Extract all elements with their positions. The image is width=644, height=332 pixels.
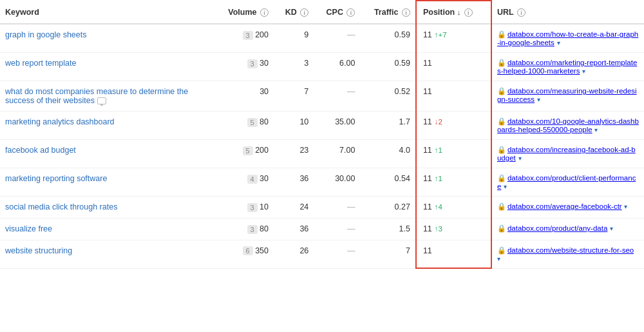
keyword-table: Keyword Volume i KD i CPC i Traffic i Po… [0, 0, 644, 269]
volume-number: 30 [258, 174, 269, 183]
header-keyword: Keyword [0, 1, 214, 24]
url-dropdown-icon[interactable]: ▾ [623, 203, 628, 210]
keyword-link[interactable]: visualize free [5, 224, 52, 233]
cell-traffic: 7 [360, 240, 415, 268]
cell-volume: 3 30 [214, 53, 274, 81]
cell-traffic: 0.54 [360, 168, 415, 197]
position-value: 11 [423, 59, 432, 68]
position-change: ↑1 [435, 146, 442, 154]
volume-badge: 5 [243, 146, 253, 155]
url-link[interactable]: databox.com/product/client-performance [497, 174, 636, 190]
keyword-link[interactable]: social media click through rates [5, 202, 117, 211]
cpc-info-icon[interactable]: i [346, 8, 355, 17]
cell-keyword: visualize free [0, 218, 214, 240]
keyword-link[interactable]: facebook ad budget [5, 146, 76, 155]
volume-badge: 3 [247, 225, 258, 234]
volume-number: 200 [253, 30, 269, 39]
url-dropdown-icon[interactable]: ▾ [608, 225, 613, 232]
cell-url: 🔒databox.com/10-google-analytics-dashboa… [491, 112, 644, 140]
cell-cpc: — [314, 24, 360, 53]
cell-cpc: 30.00 [314, 168, 360, 197]
cell-cpc: — [314, 218, 360, 240]
cell-traffic: 0.52 [360, 81, 415, 112]
position-change: ↑+7 [435, 31, 447, 39]
traffic-info-icon[interactable]: i [402, 8, 410, 17]
cell-volume: 3 10 [214, 197, 274, 219]
position-change: ↑4 [435, 203, 442, 211]
kd-info-icon[interactable]: i [300, 8, 308, 17]
url-dropdown-icon[interactable]: ▾ [580, 68, 585, 75]
url-dropdown-icon[interactable]: ▾ [516, 155, 522, 162]
lock-icon: 🔒 [497, 117, 506, 125]
url-dropdown-icon[interactable]: ▾ [593, 126, 598, 133]
url-link[interactable]: databox.com/average-facebook-ctr [507, 202, 622, 210]
position-value: 11 [423, 202, 432, 211]
cell-kd: 26 [274, 240, 314, 268]
url-link[interactable]: databox.com/product/any-data [507, 224, 607, 232]
cell-url: 🔒databox.com/website-structure-for-seo ▾ [491, 240, 644, 268]
url-dropdown-icon[interactable]: ▾ [555, 39, 560, 46]
lock-icon: 🔒 [497, 224, 506, 232]
position-info-icon[interactable]: i [464, 8, 473, 17]
lock-icon: 🔒 [497, 202, 506, 210]
cpc-dash: — [347, 246, 355, 255]
cell-kd: 36 [274, 168, 314, 197]
url-dropdown-icon[interactable]: ▾ [535, 96, 540, 103]
keyword-link[interactable]: web report template [5, 59, 76, 68]
url-dropdown-icon[interactable]: ▾ [502, 183, 507, 190]
url-link[interactable]: databox.com/marketing-report-templates-h… [497, 59, 637, 75]
cell-keyword: what do most companies measure to determ… [0, 81, 214, 112]
header-traffic: Traffic i [360, 1, 415, 24]
cell-kd: 36 [274, 218, 314, 240]
volume-info-icon[interactable]: i [260, 8, 269, 17]
header-position: Position ↓ i [416, 1, 491, 24]
position-change: ↑1 [435, 175, 442, 182]
lock-icon: 🔒 [497, 174, 506, 182]
position-value: 11 [423, 174, 432, 183]
comment-icon [97, 97, 106, 104]
lock-icon: 🔒 [497, 246, 506, 254]
lock-icon: 🔒 [497, 87, 506, 95]
cpc-dash: — [347, 87, 355, 96]
header-kd: KD i [274, 1, 314, 24]
url-link[interactable]: databox.com/10-google-analytics-dashboar… [497, 117, 639, 133]
keyword-link[interactable]: marketing reporting software [5, 174, 107, 183]
cell-position: 11↑3 [416, 218, 491, 240]
cell-cpc: 35.00 [314, 112, 360, 140]
position-sort-icon[interactable]: ↓ [457, 8, 461, 16]
keyword-link[interactable]: website structuring [5, 246, 72, 255]
cell-keyword: social media click through rates [0, 197, 214, 219]
cell-cpc: 7.00 [314, 140, 360, 168]
cell-url: 🔒databox.com/how-to-create-a-bar-graph-i… [491, 24, 644, 53]
volume-number: 80 [258, 117, 269, 126]
volume-number: 30 [258, 59, 269, 68]
cell-volume: 4 30 [214, 168, 274, 197]
keyword-link[interactable]: graph in google sheets [5, 30, 86, 39]
url-info-icon[interactable]: i [517, 8, 526, 17]
keyword-link[interactable]: marketing analytics dashboard [5, 117, 115, 126]
lock-icon: 🔒 [497, 30, 506, 38]
position-value: 11 [423, 117, 432, 126]
cell-traffic: 0.59 [360, 24, 415, 53]
cell-position: 11↑1 [416, 140, 491, 168]
table-row: social media click through rates3 1024—0… [0, 197, 644, 219]
cpc-dash: — [347, 202, 355, 211]
url-link[interactable]: databox.com/measuring-website-redesign-s… [497, 87, 637, 103]
cell-keyword: marketing reporting software [0, 168, 214, 197]
table-row: what do most companies measure to determ… [0, 81, 644, 112]
lock-icon: 🔒 [497, 146, 506, 153]
url-link[interactable]: databox.com/how-to-create-a-bar-graph-in… [497, 30, 638, 46]
position-change: ↓2 [435, 118, 442, 126]
url-dropdown-icon[interactable]: ▾ [497, 255, 500, 262]
cell-url: 🔒databox.com/marketing-report-templates-… [491, 53, 644, 81]
volume-badge: 3 [243, 31, 253, 40]
cell-position: 11↑+7 [416, 24, 491, 53]
cell-traffic: 4.0 [360, 140, 415, 168]
cell-position: 11 [416, 240, 491, 268]
url-link[interactable]: databox.com/website-structure-for-seo [507, 246, 634, 254]
volume-number: 350 [253, 246, 269, 255]
cell-url: 🔒databox.com/product/any-data ▾ [491, 218, 644, 240]
volume-number: 30 [260, 87, 269, 96]
volume-number: 80 [258, 224, 269, 233]
header-volume: Volume i [214, 1, 274, 24]
